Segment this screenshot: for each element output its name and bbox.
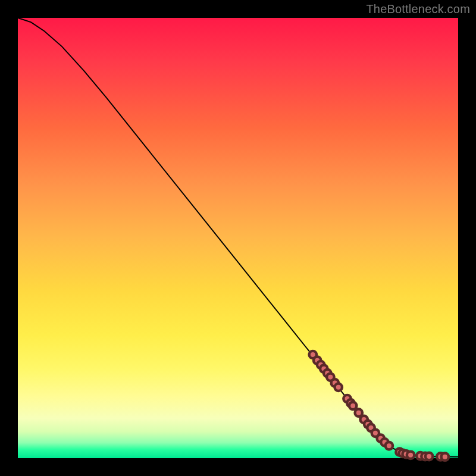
data-point [441,453,449,461]
data-point [349,402,356,409]
data-point [407,452,414,459]
data-point [386,442,393,449]
chart-frame: TheBottleneck.com [0,0,476,476]
data-point [335,384,342,391]
curve-line [18,18,458,457]
watermark-text: TheBottleneck.com [366,2,470,16]
data-dots [309,351,449,461]
data-point [425,453,433,460]
chart-svg [18,18,458,458]
